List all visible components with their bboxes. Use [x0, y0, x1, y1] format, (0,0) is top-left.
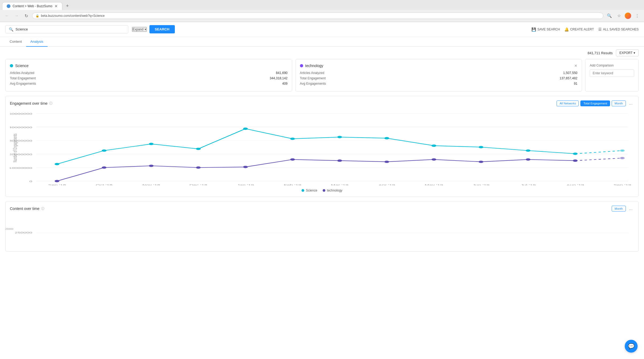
content-chart-title: Content over time ⓘ — [10, 206, 44, 211]
svg-line-39 — [575, 158, 622, 161]
info-icon[interactable]: ⓘ — [49, 101, 52, 106]
reload-button[interactable]: ↻ — [22, 12, 30, 19]
svg-text:Aug '19: Aug '19 — [566, 184, 584, 185]
svg-point-40 — [55, 180, 59, 182]
engagement-chart-controls: All Networks Total Engagement Month ... — [557, 100, 634, 106]
engagement-chart-title: Engagement over time ⓘ — [10, 101, 52, 106]
svg-point-41 — [102, 166, 107, 169]
save-icon: 💾 — [531, 27, 536, 32]
svg-text:Mar '19: Mar '19 — [331, 184, 348, 185]
science-dot — [10, 64, 13, 67]
search-submit-button[interactable]: SEARCH — [149, 25, 175, 33]
content-more-options-icon[interactable]: ... — [627, 206, 634, 212]
content-chart-section: Content over time ⓘ Month ... 250000 250… — [5, 201, 639, 252]
legend-science-dot — [302, 189, 304, 192]
create-alert-label: CREATE ALERT — [570, 28, 594, 31]
svg-text:Jan '19: Jan '19 — [237, 184, 254, 185]
browser-actions: 🔍 ☆ ⋮ — [606, 12, 641, 19]
back-button[interactable]: ← — [3, 12, 11, 19]
content-chart-controls: Month ... — [612, 206, 634, 212]
legend-technology-dot — [323, 189, 325, 192]
engagement-chart-legend: Science technology — [10, 189, 634, 192]
address-bar[interactable]: 🔒 beta.buzzsumo.com/content/web?q=Scienc… — [32, 13, 603, 19]
results-count: 841,711 Results — [588, 51, 613, 55]
svg-point-34 — [431, 145, 436, 147]
svg-point-28 — [149, 143, 154, 145]
more-options-icon[interactable]: ... — [627, 100, 634, 106]
all-networks-button[interactable]: All Networks — [557, 100, 579, 106]
chat-icon: 💬 — [628, 343, 635, 349]
svg-point-27 — [102, 149, 107, 152]
forward-button[interactable]: → — [13, 12, 20, 19]
svg-point-31 — [290, 138, 295, 140]
bookmark-button[interactable]: ☆ — [615, 12, 623, 19]
search-button[interactable]: 🔍 — [606, 12, 613, 19]
nav-tabs: Content Analysis — [0, 37, 644, 47]
science-articles-label: Articles Analyzed — [10, 71, 34, 75]
more-options-button[interactable]: ⋮ — [633, 12, 641, 19]
svg-point-44 — [243, 166, 248, 168]
svg-point-37 — [573, 153, 578, 155]
svg-point-26 — [55, 163, 59, 165]
tech-articles-value: 1,507,550 — [563, 71, 577, 75]
tech-total-label: Total Engagement — [300, 76, 326, 80]
tech-articles-row: Articles Analyzed 1,507,550 — [300, 71, 578, 75]
svg-point-46 — [337, 159, 342, 162]
science-title: Science — [15, 64, 29, 68]
engagement-chart-svg: 50000000 40000000 30000000 20000000 1000… — [10, 111, 634, 185]
list-icon: ☰ — [598, 27, 602, 32]
active-tab[interactable]: Content > Web - BuzzSumo ✕ — [2, 2, 62, 10]
create-alert-link[interactable]: 🔔 CREATE ALERT — [564, 27, 594, 32]
engagement-chart-area: 50000000 40000000 30000000 20000000 1000… — [10, 111, 634, 185]
search-input-wrap: 🔍 — [5, 25, 128, 33]
svg-point-50 — [526, 158, 531, 161]
add-comparison-input[interactable] — [590, 69, 634, 77]
month-button[interactable]: Month — [612, 100, 626, 106]
tab-title: Content > Web - BuzzSumo — [13, 4, 52, 8]
results-header: 841,711 Results EXPORT ▾ — [0, 47, 644, 59]
expand-label: Expand — [133, 28, 144, 31]
browser-nav: ← → ↻ 🔒 beta.buzzsumo.com/content/web?q=… — [0, 10, 644, 22]
svg-text:Sep '19: Sep '19 — [614, 184, 631, 185]
save-search-link[interactable]: 💾 SAVE SEARCH — [531, 27, 560, 32]
tech-total-value: 137,657,482 — [560, 76, 577, 80]
svg-point-33 — [384, 137, 389, 139]
content-chart-partial: 250000 — [10, 217, 634, 230]
close-icon[interactable]: ✕ — [574, 64, 577, 68]
total-engagement-button[interactable]: Total Engagement — [580, 100, 610, 106]
legend-technology: technology — [323, 189, 342, 192]
content-month-button[interactable]: Month — [612, 206, 626, 212]
svg-text:Sep '18: Sep '18 — [48, 184, 66, 185]
svg-text:May '19: May '19 — [425, 184, 443, 185]
svg-point-36 — [526, 149, 531, 152]
search-input[interactable] — [16, 27, 125, 31]
comparison-section: Science Articles Analyzed 841,690 Total … — [0, 59, 644, 96]
url-text: beta.buzzsumo.com/content/web?q=Science — [41, 14, 105, 18]
chat-button[interactable]: 💬 — [625, 340, 638, 353]
science-avg-label: Avg Engagements — [10, 82, 36, 85]
tab-analysis[interactable]: Analysis — [26, 37, 48, 47]
y-axis-top-value: 250000 — [5, 228, 13, 230]
svg-text:10000000: 10000000 — [10, 166, 32, 169]
science-avg-row: Avg Engagements 409 — [10, 82, 288, 85]
tab-close-button[interactable]: ✕ — [55, 4, 58, 8]
svg-text:Oct '18: Oct '18 — [96, 184, 112, 185]
content-chart-preview-svg: 250000 — [10, 230, 634, 246]
lock-icon: 🔒 — [36, 14, 39, 18]
svg-text:Nov '18: Nov '18 — [142, 184, 160, 185]
new-tab-button[interactable]: + — [63, 2, 72, 10]
svg-point-51 — [573, 159, 578, 162]
add-comparison-card: Add Comparison — [585, 59, 639, 92]
svg-point-35 — [479, 146, 483, 148]
expand-button[interactable]: Expand ▾ — [132, 27, 147, 32]
profile-avatar[interactable] — [625, 13, 631, 19]
svg-point-49 — [479, 161, 483, 163]
content-info-icon[interactable]: ⓘ — [41, 206, 44, 211]
browser-chrome: Content > Web - BuzzSumo ✕ + ← → ↻ 🔒 bet… — [0, 0, 644, 22]
technology-card-header: technology ✕ — [300, 64, 578, 68]
tab-content[interactable]: Content — [5, 37, 26, 46]
science-card: Science Articles Analyzed 841,690 Total … — [5, 59, 292, 92]
all-saved-searches-link[interactable]: ☰ ALL SAVED SEARCHES — [598, 27, 639, 32]
legend-science: Science — [302, 189, 317, 192]
export-button[interactable]: EXPORT ▾ — [616, 49, 639, 56]
